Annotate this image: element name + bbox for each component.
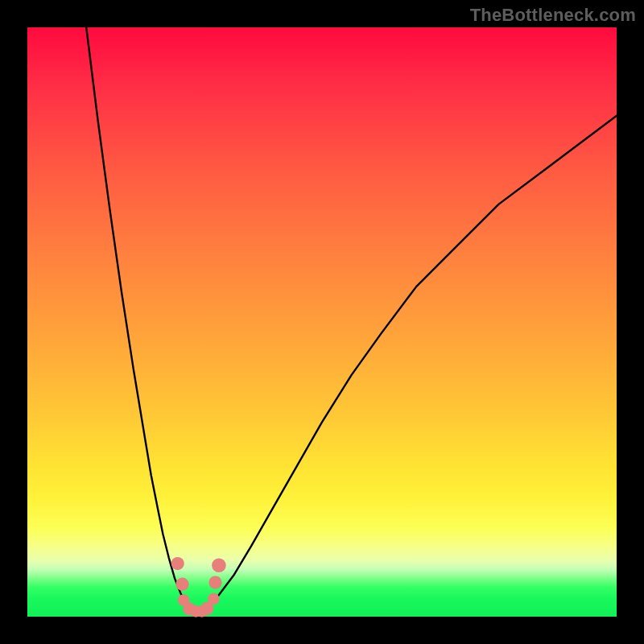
marker-dot xyxy=(171,557,184,570)
marker-dot xyxy=(212,559,226,573)
curve-group xyxy=(86,27,617,613)
watermark-text: TheBottleneck.com xyxy=(470,5,636,26)
chart-svg xyxy=(27,27,617,617)
marker-dot xyxy=(175,578,188,591)
plot-area xyxy=(27,27,617,617)
marker-dot xyxy=(208,576,221,588)
marker-group xyxy=(171,557,226,617)
outer-frame: TheBottleneck.com xyxy=(0,0,644,644)
marker-dot xyxy=(208,593,220,605)
bottleneck-curve xyxy=(86,27,617,613)
